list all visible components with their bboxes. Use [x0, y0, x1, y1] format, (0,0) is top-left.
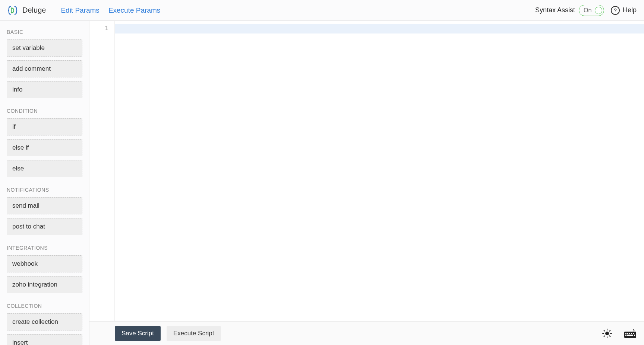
header-right: Syntax Assist On ? Help [535, 5, 637, 16]
sidebar-item-else-if[interactable]: else if [7, 139, 82, 156]
theme-toggle-icon[interactable] [602, 329, 612, 338]
svg-line-8 [609, 330, 610, 331]
line-number: 1 [89, 25, 108, 32]
svg-line-10 [633, 330, 634, 331]
sidebar-item-insert[interactable]: insert [7, 334, 82, 345]
save-script-button[interactable]: Save Script [115, 326, 161, 341]
line-gutter: 1 [89, 21, 115, 321]
sidebar-item-create-collection[interactable]: create collection [7, 313, 82, 330]
svg-line-6 [609, 336, 610, 336]
sidebar-item-set-variable[interactable]: set variable [7, 39, 82, 57]
sidebar-item-else[interactable]: else [7, 160, 82, 177]
sidebar-group-title: COLLECTION [7, 303, 82, 309]
sidebar-group-basic: BASIC set variable add comment info [7, 29, 82, 98]
sidebar-group-integrations: INTEGRATIONS webhook zoho integration [7, 245, 82, 293]
sidebar-group-title: BASIC [7, 29, 82, 35]
sidebar-item-if[interactable]: if [7, 118, 82, 135]
svg-rect-18 [627, 335, 633, 336]
sidebar-item-info[interactable]: info [7, 81, 82, 98]
svg-rect-13 [627, 333, 628, 334]
syntax-assist-label: Syntax Assist [535, 6, 575, 14]
help-icon: ? [611, 6, 620, 15]
sidebar-item-add-comment[interactable]: add comment [7, 60, 82, 77]
editor-area: 1 Save Script Execute Script [89, 21, 644, 345]
header-links: Edit Params Execute Params [61, 6, 160, 15]
code-editor[interactable] [115, 21, 644, 321]
sidebar-item-post-to-chat[interactable]: post to chat [7, 218, 82, 235]
svg-point-0 [605, 332, 609, 335]
sidebar-group-condition: CONDITION if else if else [7, 108, 82, 177]
sidebar-group-collection: COLLECTION create collection insert [7, 303, 82, 345]
help-button[interactable]: ? Help [611, 6, 637, 15]
sidebar-group-title: CONDITION [7, 108, 82, 114]
active-line-highlight [115, 24, 644, 33]
syntax-assist: Syntax Assist On [535, 5, 604, 16]
editor-footer: Save Script Execute Script [89, 321, 644, 345]
svg-rect-12 [625, 333, 626, 334]
svg-line-7 [604, 336, 605, 336]
editor-body: 1 [89, 21, 644, 321]
toggle-knob [595, 7, 602, 14]
sidebar-group-title: NOTIFICATIONS [7, 187, 82, 193]
help-label: Help [623, 6, 637, 14]
sidebar: BASIC set variable add comment info COND… [0, 21, 89, 345]
edit-params-link[interactable]: Edit Params [61, 6, 99, 15]
execute-params-link[interactable]: Execute Params [108, 6, 160, 15]
svg-rect-14 [629, 333, 630, 334]
footer-right [602, 329, 637, 338]
svg-rect-19 [634, 335, 635, 336]
main-area: BASIC set variable add comment info COND… [0, 21, 644, 345]
deluge-logo-icon [7, 5, 18, 16]
execute-script-button[interactable]: Execute Script [167, 326, 221, 341]
svg-rect-17 [625, 335, 626, 336]
app-header: Deluge Edit Params Execute Params Syntax… [0, 0, 644, 21]
sidebar-group-title: INTEGRATIONS [7, 245, 82, 251]
svg-rect-16 [633, 333, 634, 334]
sidebar-item-webhook[interactable]: webhook [7, 255, 82, 272]
app-logo: Deluge [7, 5, 46, 16]
syntax-assist-toggle[interactable]: On [579, 5, 604, 16]
sidebar-item-zoho-integration[interactable]: zoho integration [7, 276, 82, 293]
sidebar-group-notifications: NOTIFICATIONS send mail post to chat [7, 187, 82, 235]
svg-line-5 [604, 330, 605, 331]
keyboard-shortcuts-icon[interactable] [624, 329, 637, 338]
app-name: Deluge [22, 6, 46, 15]
sidebar-item-send-mail[interactable]: send mail [7, 197, 82, 214]
svg-rect-15 [631, 333, 632, 334]
toggle-state-label: On [584, 7, 591, 14]
